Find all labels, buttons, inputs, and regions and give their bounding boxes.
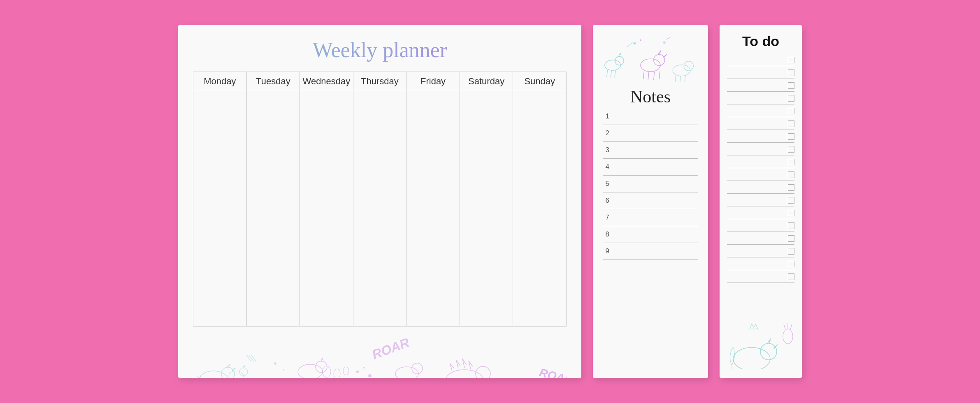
svg-line-58 (680, 76, 681, 83)
day-body-saturday[interactable] (460, 91, 513, 326)
todo-checkbox[interactable] (788, 69, 794, 76)
svg-line-59 (685, 75, 685, 82)
notes-line-6[interactable]: 6 (603, 197, 698, 209)
notes-line-number: 1 (603, 112, 609, 121)
svg-point-43 (283, 369, 284, 371)
todo-line-1[interactable] (727, 57, 794, 66)
day-body-thursday[interactable] (353, 91, 406, 326)
todo-checkbox[interactable] (788, 184, 794, 191)
todo-checkbox[interactable] (788, 235, 794, 242)
svg-point-65 (733, 347, 770, 369)
svg-point-33 (476, 366, 490, 378)
svg-point-62 (663, 41, 666, 44)
notes-line-number: 4 (603, 163, 609, 172)
todo-line-16[interactable] (727, 248, 794, 257)
todo-checkbox[interactable] (788, 95, 794, 102)
svg-line-15 (251, 355, 256, 361)
todo-line-9[interactable] (727, 159, 794, 168)
notes-line-number: 6 (603, 197, 609, 206)
todo-title: To do (727, 33, 794, 49)
todo-line-13[interactable] (727, 210, 794, 219)
svg-point-0 (199, 371, 228, 378)
todo-line-8[interactable] (727, 146, 794, 155)
notes-line-5[interactable]: 5 (603, 180, 698, 192)
day-body-friday[interactable] (406, 91, 460, 326)
todo-checkbox[interactable] (788, 159, 794, 165)
svg-line-46 (607, 70, 608, 77)
todo-line-2[interactable] (727, 69, 794, 79)
todo-checkbox[interactable] (788, 197, 794, 204)
todo-checkbox[interactable] (788, 222, 794, 229)
notes-line-1[interactable]: 1 (603, 112, 698, 125)
todo-line-10[interactable] (727, 171, 794, 181)
notes-line-9[interactable]: 9 (603, 247, 698, 260)
todo-checkbox[interactable] (788, 248, 794, 255)
day-body-wednesday[interactable] (300, 91, 353, 326)
todo-line-6[interactable] (727, 120, 794, 130)
svg-line-54 (659, 71, 660, 79)
notes-title: Notes (603, 87, 698, 107)
notes-dino-top (603, 33, 698, 87)
notes-lines: 123456789 (603, 112, 698, 371)
svg-line-13 (246, 355, 251, 361)
todo-line-4[interactable] (727, 95, 794, 104)
todo-dino-bottom (727, 322, 794, 371)
svg-line-51 (643, 71, 644, 79)
notes-line-7[interactable]: 7 (603, 213, 698, 226)
svg-point-56 (684, 61, 693, 70)
todo-checkbox[interactable] (788, 146, 794, 153)
svg-text:ROAR: ROAR (370, 335, 411, 362)
todo-line-3[interactable] (727, 82, 794, 92)
notes-line-number: 2 (603, 129, 609, 138)
svg-point-17 (316, 361, 327, 373)
svg-point-72 (783, 329, 793, 344)
svg-line-53 (654, 72, 655, 80)
todo-checkbox[interactable] (788, 210, 794, 216)
day-body-tuesday[interactable] (247, 91, 300, 326)
day-body-monday[interactable] (193, 91, 246, 326)
todo-line-7[interactable] (727, 133, 794, 143)
todo-line-5[interactable] (727, 108, 794, 117)
day-header-saturday: Saturday (460, 72, 513, 91)
day-header-tuesday: Tuesday (247, 72, 300, 91)
svg-point-41 (368, 374, 372, 378)
day-column-wednesday: Wednesday (300, 72, 353, 327)
day-header-thursday: Thursday (353, 72, 406, 91)
todo-checkbox[interactable] (788, 57, 794, 63)
todo-line-18[interactable] (727, 273, 794, 283)
todo-checkbox[interactable] (788, 273, 794, 280)
svg-point-16 (298, 364, 323, 378)
todo-line-17[interactable] (727, 261, 794, 270)
notes-line-8[interactable]: 8 (603, 230, 698, 243)
todo-line-12[interactable] (727, 197, 794, 206)
todo-page: To do (720, 25, 802, 378)
notes-line-3[interactable]: 3 (603, 146, 698, 159)
svg-point-23 (334, 369, 340, 378)
notes-line-number: 3 (603, 146, 609, 155)
todo-checkbox[interactable] (788, 133, 794, 140)
day-body-sunday[interactable] (513, 91, 566, 326)
todo-line-14[interactable] (727, 222, 794, 232)
svg-point-24 (343, 367, 349, 375)
todo-lines (727, 57, 794, 322)
notes-line-4[interactable]: 4 (603, 163, 698, 176)
svg-point-50 (654, 54, 665, 65)
notes-line-number: 8 (603, 230, 609, 239)
todo-line-11[interactable] (727, 184, 794, 194)
todo-checkbox[interactable] (788, 120, 794, 127)
todo-checkbox[interactable] (788, 261, 794, 267)
day-header-sunday: Sunday (513, 72, 566, 91)
svg-point-1 (221, 367, 235, 378)
day-header-friday: Friday (406, 72, 460, 91)
svg-line-64 (666, 37, 671, 39)
svg-line-14 (249, 355, 254, 361)
todo-line-15[interactable] (727, 235, 794, 245)
svg-line-48 (615, 70, 615, 77)
notes-line-2[interactable]: 2 (603, 129, 698, 142)
todo-checkbox[interactable] (788, 108, 794, 114)
svg-point-26 (395, 367, 418, 378)
dino-decoration-bottom: ROAR (193, 327, 567, 378)
todo-checkbox[interactable] (788, 171, 794, 178)
svg-point-40 (363, 367, 365, 368)
todo-checkbox[interactable] (788, 82, 794, 89)
